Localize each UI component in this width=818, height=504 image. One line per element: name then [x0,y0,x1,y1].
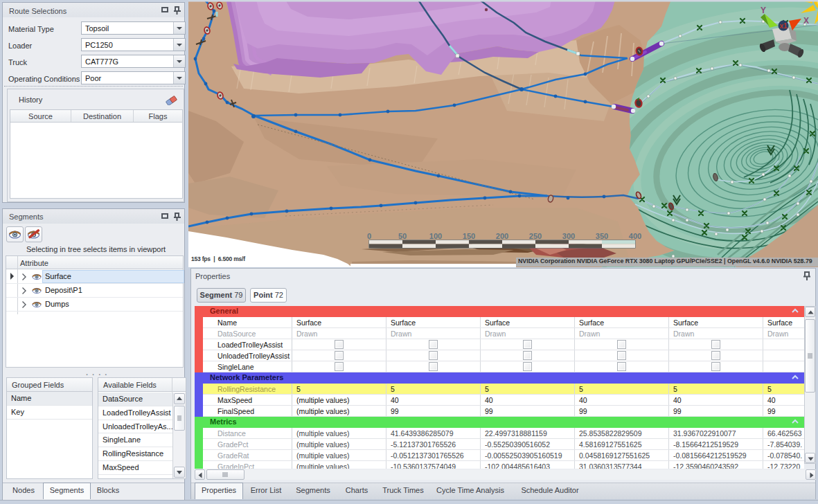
svg-text:50: 50 [398,232,407,240]
svg-text:x1: x1 [779,22,788,30]
svg-text:300: 300 [562,232,575,240]
svg-text:100: 100 [429,232,442,240]
svg-text:350: 350 [596,232,608,240]
svg-text:0: 0 [367,232,371,240]
svg-text:Y: Y [761,6,766,15]
svg-text:X: X [803,16,809,26]
svg-text:200: 200 [496,232,508,240]
svg-text:400: 400 [629,232,641,240]
svg-text:150: 150 [463,232,475,240]
svg-text:250: 250 [529,232,542,240]
